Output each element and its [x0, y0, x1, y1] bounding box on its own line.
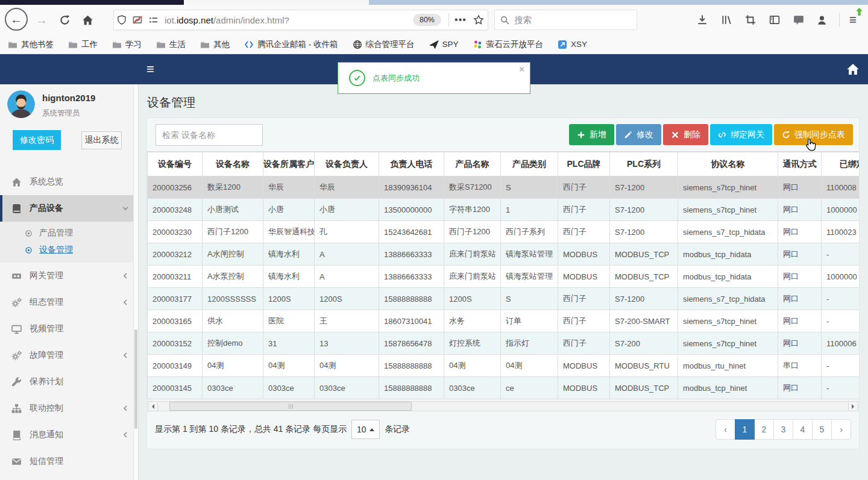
sidebar-scrollbar[interactable]: [133, 84, 138, 480]
action-button-删除[interactable]: 删除: [663, 124, 708, 145]
page-size-select[interactable]: 10: [351, 420, 380, 439]
table-row[interactable]: 200003248小唐测试小唐小唐13500000000字符串12001西门子S…: [148, 199, 860, 221]
column-header[interactable]: 产品类别: [501, 152, 558, 176]
column-header[interactable]: 协议名称: [678, 152, 778, 176]
bookmark-item[interactable]: 学习: [112, 39, 142, 50]
zoom-level-badge[interactable]: 80%: [413, 14, 441, 26]
column-header[interactable]: 已绑定网关: [822, 152, 860, 176]
sidebar-item-消息通知[interactable]: 消息通知: [0, 422, 138, 448]
action-button-绑定网关[interactable]: 绑定网关: [710, 124, 772, 145]
bookmark-item[interactable]: 生活: [156, 39, 186, 50]
refresh-button[interactable]: [55, 11, 74, 28]
images-blocked-icon[interactable]: [130, 15, 145, 25]
sidebar-item-网关管理[interactable]: 网关管理: [0, 263, 138, 289]
active-tab[interactable]: [184, 0, 369, 5]
page-actions-icon[interactable]: •••: [451, 14, 470, 25]
column-header[interactable]: 设备编号: [148, 152, 203, 176]
column-header[interactable]: 产品名称: [444, 152, 501, 176]
table-cell: 西门子: [558, 310, 610, 332]
table-row[interactable]: 200003165供水医院王18607310041水务订单西门子S7-200-S…: [148, 310, 860, 332]
bookmark-item[interactable]: 综合管理平台: [353, 39, 415, 50]
scroll-left-button[interactable]: [148, 401, 158, 411]
home-button[interactable]: [78, 11, 96, 28]
bookmark-star-icon[interactable]: [470, 14, 488, 25]
table-row[interactable]: 200003152控制demo311315878656478灯控系统指示灯西门子…: [148, 332, 860, 355]
logout-button[interactable]: 退出系统: [81, 131, 122, 149]
user-buttons: 修改密码 退出系统: [0, 128, 138, 169]
sidebar-collapse-icon[interactable]: ≡: [146, 62, 154, 76]
column-header[interactable]: 负责人电话: [379, 152, 444, 176]
pager-page-4[interactable]: 4: [793, 419, 813, 440]
pager-page-2[interactable]: 2: [754, 419, 774, 440]
change-password-button[interactable]: 修改密码: [13, 130, 61, 150]
url-text[interactable]: iot.idosp.net/admin/index.html?: [165, 15, 413, 25]
table-cell: 水务: [444, 310, 501, 332]
sidebar-item-视频管理[interactable]: 视频管理: [0, 316, 138, 342]
table-cell: S: [501, 288, 558, 310]
column-header[interactable]: 设备所属客户: [263, 152, 315, 176]
app-home-icon[interactable]: [846, 63, 860, 76]
bookmark-label: 生活: [169, 39, 186, 50]
pager-page-5[interactable]: 5: [812, 419, 832, 440]
sidebar-toggle-button[interactable]: [766, 12, 784, 28]
pager-next[interactable]: ›: [831, 419, 851, 440]
screenshot-button[interactable]: [741, 12, 760, 28]
action-button-修改[interactable]: 修改: [616, 124, 661, 145]
shield-icon[interactable]: [114, 15, 130, 25]
bookmark-item[interactable]: 腾讯企业邮箱 - 收件箱: [244, 39, 338, 50]
table-cell: A水泵控制: [203, 266, 263, 288]
browser-search-box[interactable]: 搜索: [494, 10, 637, 30]
gears-icon: [11, 298, 22, 308]
sidebar-item-组态管理[interactable]: 组态管理: [0, 289, 138, 316]
sidebar-scrollbar-thumb[interactable]: [134, 329, 137, 428]
scroll-right-button[interactable]: [848, 401, 858, 411]
sidebar-item-系统总览[interactable]: 系统总览: [0, 169, 138, 195]
bookmark-item[interactable]: 其他: [200, 39, 230, 50]
bookmark-item[interactable]: 萤石云开放平台: [473, 39, 544, 50]
back-button[interactable]: ←: [5, 8, 28, 31]
bookmark-item[interactable]: SPY: [429, 40, 459, 49]
action-button-新增[interactable]: 新增: [569, 124, 614, 145]
url-bar[interactable]: iot.idosp.net/admin/index.html? 80% •••: [113, 10, 488, 30]
sidebar-subitem-产品管理[interactable]: 产品管理: [0, 225, 138, 242]
table-row[interactable]: 2000031771200SSSSSS1200S1200S15888888888…: [148, 288, 860, 310]
sidebar-item-故障管理[interactable]: 故障管理: [0, 342, 138, 369]
sidebar-subitem-设备管理[interactable]: 设备管理: [0, 242, 138, 258]
permissions-icon[interactable]: [145, 16, 161, 25]
pager-page-1[interactable]: 1: [735, 419, 755, 440]
table-row[interactable]: 20000314904测04测04测1588888888804测04测MODBU…: [148, 355, 860, 377]
bookmark-item[interactable]: XSY: [558, 40, 587, 49]
table-row[interactable]: 200003230西门子1200华辰智通科技孔15243642681西门子120…: [148, 221, 860, 243]
column-header[interactable]: PLC品牌: [558, 152, 610, 176]
sidebar-item-保养计划[interactable]: 保养计划: [0, 369, 138, 395]
horizontal-scrollbar[interactable]: [148, 401, 858, 411]
scrollbar-track[interactable]: [158, 401, 848, 411]
sidebar-item-短信管理[interactable]: 短信管理: [0, 448, 138, 475]
pager-prev[interactable]: ‹: [715, 419, 735, 440]
pager-page-3[interactable]: 3: [773, 419, 793, 440]
table-row[interactable]: 2000031450303ce0303ce0303ce1588888888803…: [148, 377, 860, 399]
table-row[interactable]: 200003212A水闸控制镇海水利A13886663333庶来门前泵站镇海泵站…: [148, 243, 860, 266]
bookmark-item[interactable]: 工作: [68, 39, 98, 50]
table-row[interactable]: 200003211A水泵控制镇海水利A13886663333庶来门前泵站镇海泵站…: [148, 266, 860, 288]
library-button[interactable]: [717, 12, 735, 28]
messages-button[interactable]: [790, 12, 808, 28]
bookmark-item[interactable]: 其他书签: [8, 39, 54, 50]
table-row[interactable]: 200003256数采1200华辰华辰18390936104数采S71200S西…: [148, 176, 860, 199]
column-header[interactable]: PLC系列: [610, 152, 678, 176]
sidebar-menu: 系统总览产品设备产品管理设备管理网关管理组态管理视频管理故障管理保养计划联动控制…: [0, 169, 138, 480]
column-header[interactable]: 设备负责人: [315, 152, 379, 176]
sidebar-item-联动控制[interactable]: 联动控制: [0, 395, 138, 422]
sidebar-item-label: 故障管理: [30, 350, 63, 361]
sidebar-item-产品设备[interactable]: 产品设备: [0, 195, 138, 222]
column-header[interactable]: 设备名称: [203, 152, 263, 176]
sidebar-item-卡号管理[interactable]: 卡号管理: [0, 475, 138, 480]
downloads-button[interactable]: [693, 12, 711, 28]
toast-close-icon[interactable]: ×: [519, 65, 524, 73]
account-button[interactable]: [813, 12, 831, 28]
search-placeholder: 搜索: [514, 14, 532, 26]
forward-button[interactable]: →: [33, 11, 51, 28]
scrollbar-thumb[interactable]: [169, 402, 412, 411]
device-search-input[interactable]: [156, 124, 263, 146]
column-header[interactable]: 通讯方式: [778, 152, 822, 176]
